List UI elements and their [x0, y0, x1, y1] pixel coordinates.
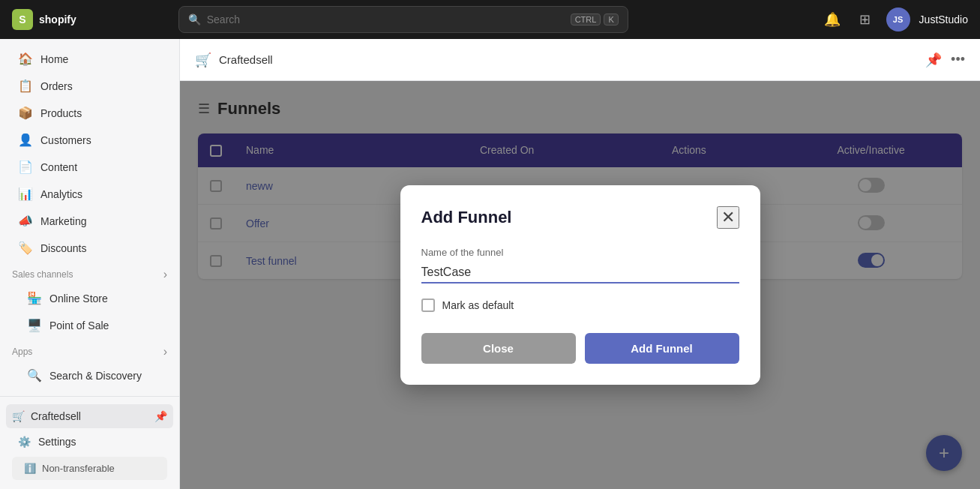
content-header-left: 🛒 Craftedsell — [195, 52, 273, 68]
sidebar-item-home[interactable]: 🏠 Home — [6, 46, 173, 72]
sidebar-nav: 🏠 Home 📋 Orders 📦 Products 👤 Customers 📄… — [0, 39, 179, 396]
sidebar-item-content-label: Content — [40, 161, 77, 173]
modal-checkbox-row: Mark as default — [421, 298, 739, 312]
apps-icon[interactable]: ⊞ — [853, 8, 877, 32]
modal-checkbox-label: Mark as default — [442, 299, 514, 311]
sidebar-item-customers[interactable]: 👤 Customers — [6, 127, 173, 153]
sidebar-item-content[interactable]: 📄 Content — [6, 154, 173, 180]
content-header-right: 📌 ••• — [925, 52, 965, 68]
content-icon: 📄 — [18, 160, 33, 174]
search-shortcut: CTRL K — [571, 14, 619, 26]
notifications-icon[interactable]: 🔔 — [820, 8, 844, 32]
craftedsell-cart-icon: 🛒 — [12, 410, 25, 422]
products-icon: 📦 — [18, 106, 33, 120]
home-icon: 🏠 — [18, 52, 33, 66]
search-discovery-icon: 🔍 — [27, 368, 42, 382]
user-name: JustStudio — [919, 14, 968, 26]
sidebar-item-online-store[interactable]: 🏪 Online Store — [6, 285, 173, 311]
top-nav: S shopify 🔍 CTRL K 🔔 ⊞ JS JustStudio — [0, 0, 980, 39]
shopify-logo-icon: S — [12, 9, 33, 30]
sidebar-item-online-store-label: Online Store — [49, 292, 108, 304]
nav-right: 🔔 ⊞ JS JustStudio — [820, 8, 968, 32]
sidebar-item-marketing-label: Marketing — [40, 215, 86, 227]
avatar[interactable]: JS — [886, 8, 910, 32]
sidebar-item-customers-label: Customers — [40, 134, 91, 146]
main-layout: 🏠 Home 📋 Orders 📦 Products 👤 Customers 📄… — [0, 39, 980, 489]
modal-close-action-button[interactable]: Close — [421, 333, 576, 364]
sales-channels-section: Sales channels › — [0, 262, 179, 284]
sidebar-bottom: 🛒 Craftedsell 📌 ⚙️ Settings ℹ️ Non-trans… — [0, 396, 179, 489]
shop-label: Craftedsell — [219, 53, 273, 66]
sidebar-item-orders[interactable]: 📋 Orders — [6, 73, 173, 99]
sidebar: 🏠 Home 📋 Orders 📦 Products 👤 Customers 📄… — [0, 39, 180, 489]
shopify-logo: S shopify — [12, 9, 76, 30]
settings-icon: ⚙️ — [18, 436, 31, 448]
apps-section: Apps › — [0, 339, 179, 362]
sidebar-item-search-discovery[interactable]: 🔍 Search & Discovery — [6, 362, 173, 388]
settings-item[interactable]: ⚙️ Settings — [6, 430, 173, 454]
content-header: 🛒 Craftedsell 📌 ••• — [180, 39, 980, 81]
sidebar-item-orders-label: Orders — [40, 80, 73, 92]
settings-label: Settings — [38, 436, 76, 448]
sidebar-active-app[interactable]: 🛒 Craftedsell 📌 — [6, 404, 173, 428]
active-app-label: Craftedsell — [31, 410, 81, 422]
customers-icon: 👤 — [18, 133, 33, 147]
sidebar-item-analytics-label: Analytics — [40, 188, 82, 200]
sidebar-item-products-label: Products — [40, 107, 82, 119]
non-transferable-label: Non-transferable — [42, 463, 115, 474]
discounts-icon: 🏷️ — [18, 241, 33, 255]
modal-field-label: Name of the funnel — [421, 247, 739, 258]
point-of-sale-icon: 🖥️ — [27, 318, 42, 332]
pin-icon: 📌 — [154, 410, 167, 422]
modal-overlay: Add Funnel ✕ Name of the funnel Mark as … — [180, 81, 980, 489]
sidebar-item-analytics[interactable]: 📊 Analytics — [6, 181, 173, 207]
shopify-logo-text: shopify — [39, 14, 76, 26]
sidebar-item-point-of-sale-label: Point of Sale — [49, 320, 109, 332]
modal-add-funnel-button[interactable]: Add Funnel — [585, 333, 739, 364]
sidebar-item-discounts-label: Discounts — [40, 242, 86, 254]
online-store-icon: 🏪 — [27, 291, 42, 305]
sales-channels-expand-icon[interactable]: › — [163, 268, 167, 281]
k-key: K — [604, 14, 618, 26]
non-transferable-icon: ℹ️ — [24, 463, 36, 474]
sales-channels-label: Sales channels — [12, 269, 73, 280]
orders-icon: 📋 — [18, 79, 33, 93]
analytics-icon: 📊 — [18, 187, 33, 201]
sidebar-item-products[interactable]: 📦 Products — [6, 100, 173, 126]
modal-actions: Close Add Funnel — [421, 333, 739, 364]
search-input[interactable] — [207, 14, 565, 26]
content-area: 🛒 Craftedsell 📌 ••• ☰ Funnels Na — [180, 39, 980, 489]
header-cart-icon: 🛒 — [195, 52, 211, 68]
pin-header-icon[interactable]: 📌 — [925, 52, 942, 68]
modal-close-button[interactable]: ✕ — [717, 206, 739, 229]
ctrl-key: CTRL — [571, 14, 601, 26]
funnels-area: ☰ Funnels Name Created On Actions Active… — [180, 81, 980, 489]
sidebar-item-point-of-sale[interactable]: 🖥️ Point of Sale — [6, 312, 173, 338]
sidebar-item-home-label: Home — [40, 53, 68, 65]
non-transferable-item: ℹ️ Non-transferable — [12, 457, 167, 480]
modal-title: Add Funnel — [421, 208, 512, 227]
funnel-name-input[interactable] — [421, 262, 739, 284]
marketing-icon: 📣 — [18, 214, 33, 228]
add-funnel-modal: Add Funnel ✕ Name of the funnel Mark as … — [400, 185, 760, 385]
apps-expand-icon[interactable]: › — [163, 345, 167, 358]
more-header-icon[interactable]: ••• — [951, 52, 965, 68]
sidebar-item-search-discovery-label: Search & Discovery — [49, 370, 142, 382]
search-bar[interactable]: 🔍 CTRL K — [178, 6, 628, 33]
apps-label: Apps — [12, 346, 32, 357]
sidebar-item-discounts[interactable]: 🏷️ Discounts — [6, 235, 173, 261]
search-icon: 🔍 — [188, 14, 201, 26]
sidebar-app-item-left: 🛒 Craftedsell — [12, 410, 81, 422]
modal-header: Add Funnel ✕ — [421, 206, 739, 229]
sidebar-item-marketing[interactable]: 📣 Marketing — [6, 208, 173, 234]
mark-default-checkbox[interactable] — [421, 298, 435, 312]
